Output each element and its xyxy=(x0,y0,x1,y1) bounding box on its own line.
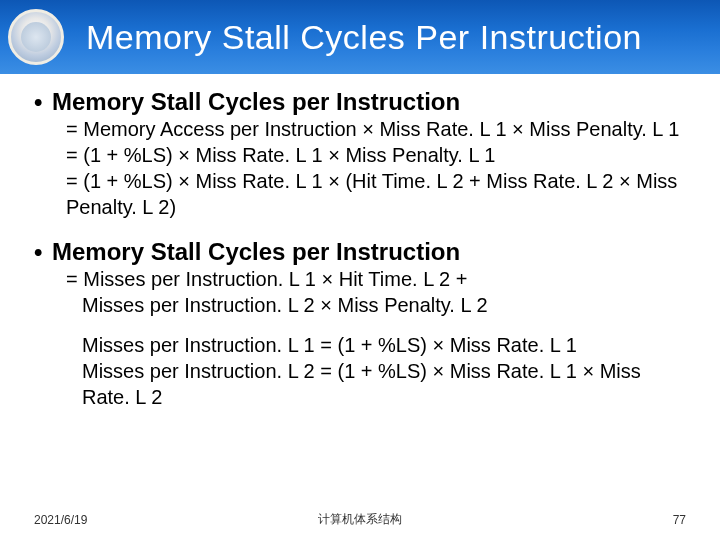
section2-line2: Misses per Instruction. L 2 × Miss Penal… xyxy=(66,292,686,318)
section1-heading: Memory Stall Cycles per Instruction xyxy=(34,88,686,116)
slide-header: Memory Stall Cycles Per Instruction xyxy=(0,0,720,74)
section2-line4: Misses per Instruction. L 2 = (1 + %LS) … xyxy=(66,358,686,410)
section1-line2: = (1 + %LS) × Miss Rate. L 1 × Miss Pena… xyxy=(66,142,686,168)
footer-page-number: 77 xyxy=(673,513,686,527)
slide-content: Memory Stall Cycles per Instruction = Me… xyxy=(0,74,720,410)
section1-line1: = Memory Access per Instruction × Miss R… xyxy=(66,116,686,142)
section2-line1: = Misses per Instruction. L 1 × Hit Time… xyxy=(66,266,686,292)
footer-date: 2021/6/19 xyxy=(34,513,87,527)
section2-line3: Misses per Instruction. L 1 = (1 + %LS) … xyxy=(66,332,686,358)
university-logo xyxy=(8,9,64,65)
section1-equations: = Memory Access per Instruction × Miss R… xyxy=(34,116,686,220)
slide-footer: 2021/6/19 计算机体系结构 77 xyxy=(0,511,720,528)
section2-eq-b: Misses per Instruction. L 1 = (1 + %LS) … xyxy=(34,332,686,410)
section2-heading: Memory Stall Cycles per Instruction xyxy=(34,238,686,266)
footer-center: 计算机体系结构 xyxy=(0,511,720,528)
slide-title: Memory Stall Cycles Per Instruction xyxy=(86,18,642,57)
section2-eq-a: = Misses per Instruction. L 1 × Hit Time… xyxy=(34,266,686,318)
section1-line3: = (1 + %LS) × Miss Rate. L 1 × (Hit Time… xyxy=(66,168,686,220)
